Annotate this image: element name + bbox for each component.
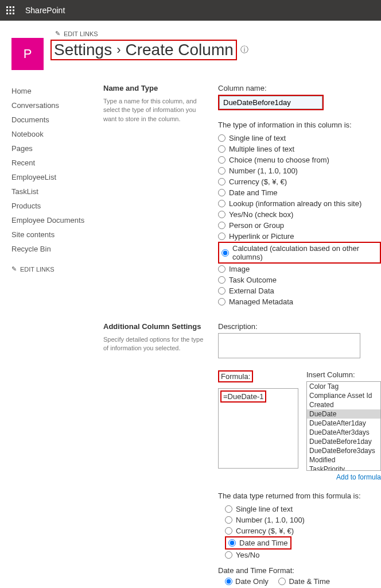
- insert-item[interactable]: Modified: [307, 455, 380, 465]
- insert-item[interactable]: Color Tag: [307, 382, 380, 391]
- type-image[interactable]: Image: [218, 264, 381, 274]
- type-number[interactable]: Number (1, 1.0, 100): [218, 165, 381, 176]
- info-icon[interactable]: ⓘ: [240, 45, 248, 55]
- return-single-line[interactable]: Single line of text: [225, 504, 381, 514]
- svg-rect-3: [6, 10, 8, 11]
- description-label: Description:: [218, 322, 381, 331]
- breadcrumb-create-column: Create Column: [126, 41, 234, 59]
- dt-date-time[interactable]: Date & Time: [278, 577, 330, 586]
- section-additional-desc: Specify detailed options for the type of…: [103, 335, 209, 353]
- column-name-input[interactable]: [219, 96, 322, 109]
- sidebar-item-recent[interactable]: Recent: [11, 156, 103, 170]
- svg-rect-7: [10, 13, 11, 14]
- description-input[interactable]: [218, 333, 360, 358]
- brand-label: SharePoint: [25, 6, 65, 15]
- return-date-time[interactable]: Date and Time: [226, 537, 290, 548]
- insert-item[interactable]: DueDateBefore3days: [307, 446, 380, 455]
- add-to-formula-link[interactable]: Add to formula: [306, 473, 381, 481]
- svg-rect-2: [13, 6, 14, 8]
- svg-rect-5: [13, 10, 14, 11]
- chevron-right-icon: ›: [116, 42, 120, 57]
- type-calculated[interactable]: Calculated (calculation based on other c…: [219, 243, 380, 262]
- sidebar-item-documents[interactable]: Documents: [11, 113, 103, 127]
- edit-links-side-label: EDIT LINKS: [20, 266, 55, 273]
- edit-links-label: EDIT LINKS: [64, 30, 98, 37]
- type-header: The type of information in this column i…: [218, 121, 381, 129]
- return-type-header: The data type returned from this formula…: [218, 492, 381, 500]
- column-type-radios: Single line of text Multiple lines of te…: [218, 133, 381, 307]
- sidebar-item-tasklist[interactable]: TaskList: [11, 184, 103, 199]
- formula-label: Formula:: [221, 372, 250, 381]
- type-task-outcome[interactable]: Task Outcome: [218, 274, 381, 285]
- insert-item[interactable]: DueDateAfter3days: [307, 428, 380, 437]
- breadcrumb: Settings › Create Column: [54, 41, 234, 59]
- svg-rect-4: [10, 10, 11, 11]
- return-datetime-highlight: Date and Time: [225, 536, 291, 550]
- type-external-data[interactable]: External Data: [218, 285, 381, 296]
- type-managed-metadata[interactable]: Managed Metadata: [218, 296, 381, 307]
- type-yesno[interactable]: Yes/No (check box): [218, 209, 381, 220]
- insert-column-label: Insert Column:: [306, 370, 381, 379]
- sidebar-item-pages[interactable]: Pages: [11, 141, 103, 156]
- svg-rect-1: [10, 6, 11, 8]
- return-currency[interactable]: Currency ($, ¥, €): [225, 525, 381, 536]
- type-date-time[interactable]: Date and Time: [218, 187, 381, 198]
- svg-rect-8: [13, 13, 14, 14]
- svg-rect-0: [6, 6, 8, 8]
- section-additional-title: Additional Column Settings: [103, 322, 209, 331]
- sidebar-nav: Home Conversations Documents Notebook Pa…: [11, 84, 103, 588]
- sidebar-item-site-contents[interactable]: Site contents: [11, 227, 103, 242]
- sidebar-item-employee-documents[interactable]: Employee Documents: [11, 213, 103, 227]
- section-name-type-desc: Type a name for this column, and select …: [103, 97, 209, 123]
- pencil-icon: ✎: [11, 265, 17, 273]
- insert-item[interactable]: DueDateBefore1day: [307, 437, 380, 446]
- dt-date-only[interactable]: Date Only: [225, 577, 269, 586]
- formula-value-text: =DueDate-1: [223, 392, 263, 401]
- formula-label-highlight: Formula:: [218, 370, 253, 382]
- type-multi-line[interactable]: Multiple lines of text: [218, 144, 381, 154]
- insert-item[interactable]: Created: [307, 400, 380, 409]
- type-currency[interactable]: Currency ($, ¥, €): [218, 176, 381, 187]
- global-topbar: SharePoint: [0, 0, 381, 21]
- edit-links-side[interactable]: ✎ EDIT LINKS: [11, 265, 103, 273]
- pencil-icon: ✎: [55, 30, 60, 37]
- section-name-type-title: Name and Type: [103, 84, 209, 92]
- breadcrumb-settings[interactable]: Settings: [54, 41, 112, 59]
- formula-value-highlight: =DueDate-1: [220, 390, 266, 403]
- insert-column-list[interactable]: Color Tag Compliance Asset Id Created Du…: [306, 381, 381, 471]
- sidebar-item-employeelist[interactable]: EmployeeList: [11, 170, 103, 184]
- dt-format-label: Date and Time Format:: [218, 566, 381, 575]
- sidebar-item-recycle-bin[interactable]: Recycle Bin: [11, 242, 103, 256]
- sidebar-item-products[interactable]: Products: [11, 199, 103, 213]
- sidebar-item-notebook[interactable]: Notebook: [11, 127, 103, 141]
- column-name-label: Column name:: [218, 84, 381, 92]
- return-yesno[interactable]: Yes/No: [225, 550, 381, 560]
- column-name-highlight: [218, 95, 324, 110]
- insert-item[interactable]: DueDateAfter1day: [307, 419, 380, 428]
- type-lookup[interactable]: Lookup (information already on this site…: [218, 198, 381, 209]
- svg-rect-6: [6, 13, 8, 14]
- type-choice[interactable]: Choice (menu to choose from): [218, 154, 381, 165]
- edit-links-top[interactable]: ✎ EDIT LINKS: [55, 30, 370, 37]
- insert-item[interactable]: TaskPriority: [307, 465, 380, 471]
- type-person[interactable]: Person or Group: [218, 220, 381, 231]
- insert-item-selected[interactable]: DueDate: [307, 409, 380, 419]
- sidebar-item-home[interactable]: Home: [11, 84, 103, 98]
- type-calculated-highlight: Calculated (calculation based on other c…: [218, 242, 381, 264]
- type-hyperlink[interactable]: Hyperlink or Picture: [218, 231, 381, 242]
- app-launcher-icon[interactable]: [0, 0, 21, 21]
- type-single-line[interactable]: Single line of text: [218, 133, 381, 144]
- sidebar-item-conversations[interactable]: Conversations: [11, 98, 103, 113]
- site-tile[interactable]: P: [11, 38, 44, 70]
- insert-item[interactable]: Compliance Asset Id: [307, 391, 380, 400]
- return-number[interactable]: Number (1, 1.0, 100): [225, 514, 381, 525]
- breadcrumb-highlight: Settings › Create Column: [50, 40, 237, 60]
